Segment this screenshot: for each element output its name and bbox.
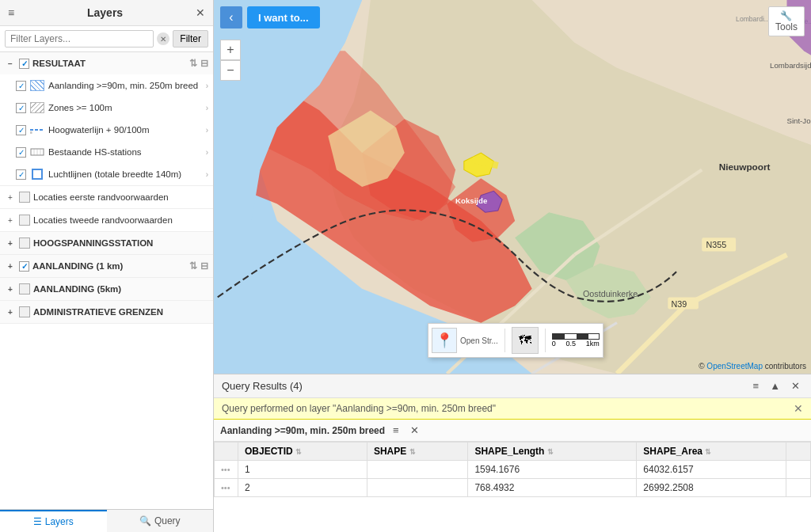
layer-item-luchtlijnen[interactable]: Luchtlijnen (totale breedte 140m) › [0, 163, 213, 185]
query-results-header: Query Results (4) ≡ ▲ ✕ [214, 374, 811, 398]
query-menu-icon[interactable]: ≡ [750, 378, 763, 393]
zoom-out-button[interactable]: − [220, 60, 241, 81]
hoogspanning-expand-icon[interactable]: + [5, 239, 16, 248]
map-toolbar: ‹ I want to... [220, 6, 320, 28]
aanlanding1-checkbox[interactable] [16, 81, 26, 91]
query-info-bar: Query performed on layer "Aanlanding >=9… [214, 398, 811, 420]
locaties2-expand-icon[interactable]: + [5, 216, 16, 225]
col-shapearea-label: SHAPE_Area [643, 446, 702, 457]
aanlanding1-arrow[interactable]: › [206, 82, 208, 90]
locaties1-label: Locaties eerste randvoorwaarden [33, 192, 208, 203]
th-shape-length[interactable]: SHAPE_Length ⇅ [468, 443, 637, 461]
row2-actions[interactable]: ••• [221, 483, 230, 492]
panel-title: Layers [16, 6, 194, 19]
aanlanding1km-expand-icon[interactable]: + [5, 262, 16, 271]
tab-layers[interactable]: ☰ Layers [0, 510, 107, 532]
filter-layers-input[interactable] [5, 30, 154, 48]
hoogwater-arrow[interactable]: › [206, 126, 208, 135]
i-want-button[interactable]: I want to... [247, 6, 320, 28]
query-results-title: Query Results (4) [222, 380, 303, 392]
tools-button[interactable]: 🔧 Tools [768, 6, 805, 36]
layers-tab-icon: ☰ [33, 516, 42, 527]
svg-text:Koksijde: Koksijde [455, 196, 488, 205]
table-row[interactable]: ••• 1 1594.1676 64032.6157 [215, 461, 811, 479]
locaties1-icon [19, 192, 30, 203]
col-objectid-sort[interactable]: ⇅ [295, 448, 302, 456]
zones-checkbox[interactable] [16, 103, 26, 113]
query-layer-name: Aanlanding >=90m, min. 250m breed [220, 425, 385, 436]
th-shape[interactable]: SHAPE ⇅ [367, 443, 468, 461]
row1-actions[interactable]: ••• [221, 465, 230, 474]
hoogwater-icon: ≡ [29, 124, 45, 136]
scale-label-1km: 1km [586, 340, 600, 348]
aanlanding1km-header[interactable]: + AANLANDING (1 km) ⇅ ⊟ [0, 255, 213, 277]
locaties1-group: + Locaties eerste randvoorwaarden [0, 186, 213, 209]
layer-item-zones[interactable]: Zones >= 100m › [0, 97, 213, 119]
zoom-controls: + − [220, 40, 241, 81]
layers-tab-label: Layers [45, 516, 74, 527]
query-collapse-icon[interactable]: ▲ [767, 378, 783, 393]
osm-link[interactable]: OpenStreetMap [706, 362, 763, 370]
tab-query[interactable]: 🔍 Query [107, 510, 214, 532]
panel-close-icon[interactable]: ✕ [194, 5, 207, 21]
query-info-close[interactable]: ✕ [794, 402, 803, 415]
hs-arrow[interactable]: › [206, 148, 208, 157]
layer-item-hs[interactable]: Bestaande HS-stations › [0, 141, 213, 163]
col-shapearea-sort[interactable]: ⇅ [705, 448, 711, 456]
th-objectid[interactable]: OBJECTID ⇅ [238, 443, 367, 461]
hoogspanning-header[interactable]: + HOOGSPANNINGSSTATION [0, 232, 213, 254]
query-table-wrap[interactable]: OBJECTID ⇅ SHAPE ⇅ SHAPE_Length [214, 442, 811, 532]
th-shape-area[interactable]: SHAPE_Area ⇅ [637, 443, 786, 461]
svg-text:Lombardi...: Lombardi... [736, 15, 770, 23]
filter-clear-button[interactable]: ✕ [157, 32, 169, 45]
svg-text:N39: N39 [672, 299, 687, 309]
table-header-row: OBJECTID ⇅ SHAPE ⇅ SHAPE_Length [215, 443, 811, 461]
panel-menu-icon[interactable]: ≡ [6, 5, 16, 21]
resultaat-group-header[interactable]: − RESULTAAT ⇅ ⊟ [0, 52, 213, 74]
table-row[interactable]: ••• 2 768.4932 26992.2508 [215, 479, 811, 497]
query-table-close[interactable]: ✕ [407, 423, 422, 438]
admin-grenzen-expand-icon[interactable]: + [5, 308, 16, 317]
query-table-menu[interactable]: ≡ [390, 423, 402, 438]
query-close-icon[interactable]: ✕ [788, 378, 803, 393]
hs-checkbox[interactable] [16, 147, 26, 158]
row1-extra [786, 461, 810, 479]
luchtlijnen-checkbox[interactable] [16, 169, 26, 180]
query-header-actions: ≡ ▲ ✕ [750, 378, 803, 393]
map-scale: 0 0.5 1km [552, 333, 600, 348]
col-objectid-label: OBJECTID [245, 446, 293, 457]
zones-label: Zones >= 100m [48, 102, 203, 114]
panel-bottom-tabs: ☰ Layers 🔍 Query [0, 509, 213, 532]
resultaat-expand-icon[interactable]: − [5, 59, 16, 68]
collapse-panel-button[interactable]: ‹ [220, 6, 242, 28]
aanlanding5km-expand-icon[interactable]: + [5, 285, 16, 294]
aanlanding1km-move-icon: ⇅ [189, 260, 197, 272]
admin-grenzen-header[interactable]: + ADMINISTRATIEVE GRENZEN [0, 301, 213, 323]
aanlanding5km-icon [19, 283, 30, 294]
luchtlijnen-arrow[interactable]: › [206, 170, 208, 179]
filter-button[interactable]: Filter [173, 30, 208, 48]
scale-label-half: 0.5 [566, 340, 577, 348]
col-shapelength-sort[interactable]: ⇅ [547, 448, 554, 456]
hoogwater-checkbox[interactable] [16, 125, 26, 135]
query-table-header: Aanlanding >=90m, min. 250m breed ≡ ✕ [214, 420, 811, 442]
popup-text: Open Str... [460, 336, 498, 345]
locaties2-header[interactable]: + Locaties tweede randvoorwaarden [0, 209, 213, 231]
locaties1-expand-icon[interactable]: + [5, 193, 16, 202]
layer-item-aanlanding1[interactable]: Aanlanding >=90m, min. 250m breed › [0, 74, 213, 97]
layer-list: − RESULTAAT ⇅ ⊟ Aanlanding >=90m, min. 2… [0, 52, 213, 509]
layers-panel: ≡ Layers ✕ ✕ Filter − [0, 0, 214, 532]
zoom-in-button[interactable]: + [220, 40, 241, 60]
row1-shape-area: 64032.6157 [637, 461, 786, 479]
locaties1-header[interactable]: + Locaties eerste randvoorwaarden [0, 186, 213, 208]
aanlanding1km-checkbox[interactable] [19, 261, 29, 272]
col-shape-sort[interactable]: ⇅ [409, 448, 416, 456]
svg-text:Sint-Jo...: Sint-Jo... [786, 116, 811, 125]
aanlanding5km-header[interactable]: + AANLANDING (5km) [0, 278, 213, 300]
resultaat-checkbox[interactable] [19, 59, 29, 69]
layer-item-hoogwater[interactable]: ≡ Hoogwaterlijn + 90/100m › [0, 119, 213, 141]
row2-shape-area: 26992.2508 [637, 479, 786, 497]
map-attribution: © OpenStreetMap contributors [699, 362, 806, 370]
zones-arrow[interactable]: › [206, 104, 208, 112]
filter-bar: ✕ Filter [0, 26, 213, 52]
